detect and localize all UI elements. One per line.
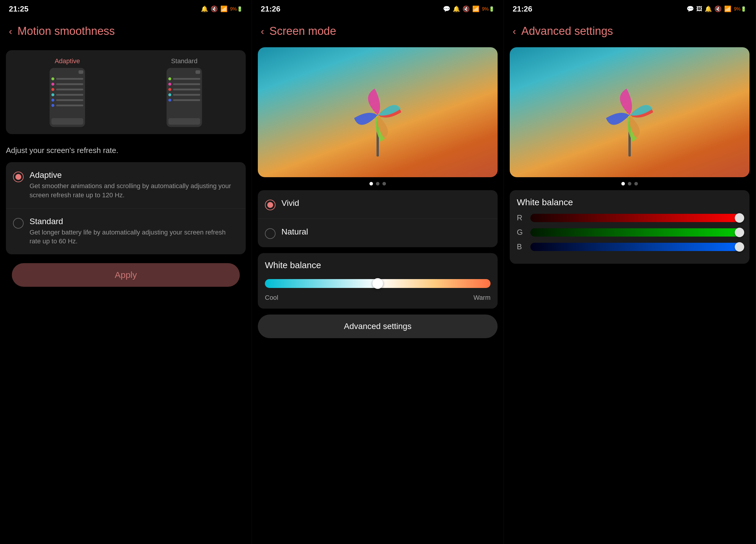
status-time-1: 21:25 — [9, 4, 29, 14]
mockup-row-2 — [51, 82, 83, 86]
apply-button[interactable]: Apply — [12, 263, 240, 287]
option-standard-title: Standard — [30, 217, 239, 226]
vivid-text: Vivid — [281, 198, 299, 210]
rgb-slider-b[interactable] — [530, 243, 742, 251]
advanced-settings-button[interactable]: Advanced settings — [258, 315, 498, 338]
sky-bg-3 — [510, 47, 750, 177]
option-standard[interactable]: Standard Get longer battery life by auto… — [6, 209, 246, 255]
status-bar-1: 21:25 🔔 🔇 📶 9%🔋 — [0, 0, 252, 18]
panel2-main: Vivid Natural White balance Cool Warm — [252, 44, 504, 544]
pinwheel-svg-2 — [336, 68, 419, 157]
alarm-icon-2: 🔔 — [453, 5, 460, 12]
dot-line-6 — [56, 105, 83, 106]
radio-vivid[interactable] — [265, 200, 276, 210]
option-adaptive-desc: Get smoother animations and scrolling by… — [30, 182, 239, 200]
option-standard-desc: Get longer battery life by automatically… — [30, 228, 239, 246]
dot-line-5 — [56, 99, 83, 101]
page-indicators-3 — [504, 177, 755, 190]
mockup-row-1 — [51, 77, 83, 81]
std-dot-red — [168, 88, 171, 91]
radio-vivid-inner — [267, 202, 273, 208]
wifi-icon-2: 📶 — [472, 5, 480, 12]
rgb-thumb-r[interactable] — [735, 213, 744, 223]
wb-slider-2[interactable] — [265, 276, 491, 291]
pinwheel-svg-3 — [588, 68, 671, 157]
back-button-2[interactable]: ‹ — [261, 25, 264, 37]
natural-text: Natural — [281, 227, 308, 238]
std-dot-green — [168, 77, 171, 80]
wb-thumb-2[interactable] — [372, 278, 383, 289]
page-dot-1-3 — [621, 182, 625, 185]
page-indicators-2 — [252, 177, 504, 190]
mode-card-adaptive[interactable]: Adaptive — [12, 57, 123, 127]
std-line-5 — [173, 99, 200, 101]
whatsapp-icon-3: 💬 — [687, 5, 694, 12]
alarm-icon-1: 🔔 — [201, 5, 208, 12]
status-icons-2: 💬 🔔 🔇 📶 9%🔋 — [443, 5, 495, 12]
page-title-2: Screen mode — [269, 25, 336, 38]
status-time-2: 21:26 — [261, 4, 281, 14]
standard-card-label: Standard — [171, 57, 197, 65]
screen-mode-options: Vivid Natural — [258, 190, 498, 247]
wb-title-2: White balance — [265, 260, 491, 270]
dot-line-1 — [56, 78, 83, 80]
mockup-row-6 — [51, 103, 83, 108]
page-dot-3-3 — [634, 182, 638, 185]
gallery-icon-3: 🖼 — [696, 6, 702, 12]
rgb-section: White balance R G B — [510, 190, 750, 264]
back-button-1[interactable]: ‹ — [9, 25, 12, 37]
dot-blue-2 — [51, 104, 54, 107]
std-line-4 — [173, 94, 200, 96]
refresh-description: Adjust your screen's refresh rate. — [6, 143, 246, 162]
rgb-r-label: R — [517, 213, 526, 222]
std-row-2 — [168, 82, 200, 86]
rgb-row-r: R — [517, 213, 742, 222]
page-title-1: Motion smoothness — [17, 25, 115, 38]
sky-bg-2 — [258, 47, 498, 177]
alarm-icon-3: 🔔 — [705, 5, 712, 12]
rgb-thumb-g[interactable] — [735, 228, 744, 237]
adaptive-card-label: Adaptive — [55, 57, 80, 65]
whatsapp-icon-2: 💬 — [443, 5, 450, 12]
dot-pink-1 — [51, 83, 54, 86]
radio-standard[interactable] — [13, 218, 24, 229]
radio-adaptive[interactable] — [13, 172, 24, 182]
rgb-slider-g[interactable] — [530, 228, 742, 237]
white-balance-section-2: White balance Cool Warm — [258, 253, 498, 309]
std-row-4 — [168, 93, 200, 97]
mockup-row-3 — [51, 87, 83, 92]
wifi-icon-3: 📶 — [724, 5, 731, 12]
page-dot-3-2 — [382, 182, 386, 185]
mode-card-standard[interactable]: Standard — [129, 57, 240, 127]
status-bar-2: 21:26 💬 🔔 🔇 📶 9%🔋 — [252, 0, 504, 18]
panel3-main: White balance R G B — [504, 44, 755, 544]
option-adaptive[interactable]: Adaptive Get smoother animations and scr… — [6, 162, 246, 209]
rgb-row-g: G — [517, 228, 742, 237]
panel-motion-smoothness: 21:25 🔔 🔇 📶 9%🔋 ‹ Motion smoothness Adap… — [0, 0, 252, 544]
std-line-3 — [173, 89, 200, 90]
mute-icon-1: 🔇 — [211, 5, 218, 12]
back-button-3[interactable]: ‹ — [513, 25, 516, 37]
adaptive-mockup — [50, 68, 85, 127]
std-row-1 — [168, 77, 200, 81]
mute-icon-2: 🔇 — [462, 5, 470, 12]
panel1-main: Adaptive — [0, 44, 252, 544]
page-header-1: ‹ Motion smoothness — [0, 18, 252, 44]
radio-natural[interactable] — [265, 228, 276, 239]
option-adaptive-text: Adaptive Get smoother animations and scr… — [30, 170, 239, 200]
option-natural[interactable]: Natural — [258, 219, 498, 247]
option-vivid[interactable]: Vivid — [258, 190, 498, 219]
page-header-3: ‹ Advanced settings — [504, 18, 755, 44]
battery-icon-2: 9%🔋 — [482, 6, 495, 12]
screen-preview-3 — [510, 47, 750, 177]
std-row-5 — [168, 98, 200, 102]
dot-cyan-1 — [51, 93, 54, 96]
rgb-thumb-b[interactable] — [735, 242, 744, 252]
rgb-slider-r[interactable] — [530, 214, 742, 222]
mute-icon-3: 🔇 — [714, 5, 722, 12]
screen-preview-2 — [258, 47, 498, 177]
page-title-3: Advanced settings — [521, 25, 613, 38]
rgb-row-b: B — [517, 242, 742, 251]
rgb-b-label: B — [517, 242, 526, 251]
status-icons-3: 💬 🖼 🔔 🔇 📶 9%🔋 — [687, 5, 747, 12]
